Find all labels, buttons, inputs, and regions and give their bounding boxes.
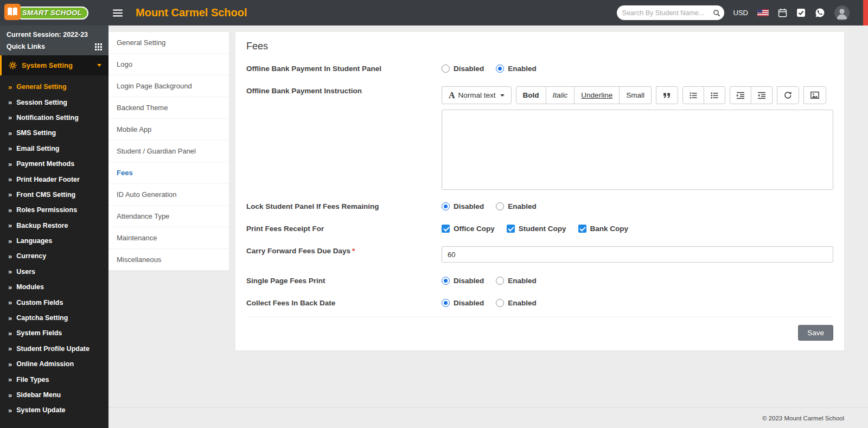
grid-icon[interactable] <box>95 43 102 50</box>
radio-option-enabled[interactable]: Enabled <box>496 299 537 307</box>
settings-menu-backend-theme[interactable]: Backend Theme <box>108 97 229 119</box>
chevron-right-icon: » <box>8 99 12 106</box>
save-button[interactable]: Save <box>798 325 833 341</box>
radio-option-disabled[interactable]: Disabled <box>442 65 484 73</box>
blockquote-button[interactable] <box>656 86 678 104</box>
checkbox-icon[interactable] <box>442 225 450 233</box>
radio-icon[interactable] <box>442 65 450 73</box>
italic-button[interactable]: Italic <box>546 86 575 104</box>
settings-menu-fees[interactable]: Fees <box>108 162 229 184</box>
sidebar-item-payment-methods[interactable]: »Payment Methods <box>0 156 108 171</box>
sidebar-item-online-admission[interactable]: »Online Admission <box>0 356 108 372</box>
settings-menu-miscellaneous[interactable]: Miscellaneous <box>108 249 229 271</box>
sidebar-item-modules[interactable]: »Modules <box>0 279 108 295</box>
settings-menu-general-setting[interactable]: General Setting <box>108 32 229 54</box>
field-label: Offline Bank Payment In Student Panel <box>246 64 442 73</box>
radio-option-enabled[interactable]: Enabled <box>496 65 537 73</box>
radio-option-disabled[interactable]: Disabled <box>442 202 484 210</box>
radio-option-enabled[interactable]: Enabled <box>496 202 537 210</box>
sidebar-item-currency[interactable]: »Currency <box>0 248 108 264</box>
settings-menu-login-page-background[interactable]: Login Page Background <box>108 75 229 97</box>
sidebar-section-system-setting[interactable]: System Setting <box>0 55 108 75</box>
checkbox-option-bank-copy[interactable]: Bank Copy <box>578 225 629 233</box>
current-session-label: Current Session: 2022-23 <box>7 31 102 39</box>
field-lock-student-panel: Lock Student Panel If Fees Remaining Dis… <box>246 202 833 210</box>
sidebar-item-email-setting[interactable]: »Email Setting <box>0 141 108 156</box>
sidebar-item-notification-setting[interactable]: »Notification Setting <box>0 110 108 125</box>
radio-icon[interactable] <box>442 277 450 285</box>
settings-menu-id-auto-generation[interactable]: ID Auto Generation <box>108 184 229 206</box>
whatsapp-icon[interactable] <box>815 8 825 18</box>
sidebar-item-roles-permissions[interactable]: »Roles Permissions <box>0 202 108 218</box>
chevron-right-icon: » <box>8 222 12 229</box>
currency-selector[interactable]: USD <box>733 9 748 17</box>
radio-icon[interactable] <box>496 277 504 285</box>
checkbox-icon[interactable] <box>507 225 515 233</box>
outdent-button[interactable] <box>751 86 773 104</box>
radio-icon[interactable] <box>496 202 504 210</box>
hamburger-menu-icon[interactable] <box>108 6 127 20</box>
caret-down-icon <box>500 94 505 97</box>
calendar-icon[interactable] <box>778 8 787 17</box>
user-avatar[interactable] <box>834 5 850 21</box>
settings-menu-attendance-type[interactable]: Attendance Type <box>108 206 229 227</box>
chevron-right-icon: » <box>8 284 12 291</box>
sidebar-item-custom-fields[interactable]: »Custom Fields <box>0 295 108 310</box>
checkbox-option-student-copy[interactable]: Student Copy <box>507 225 566 233</box>
search-icon[interactable] <box>713 9 720 17</box>
redo-button[interactable] <box>777 86 799 104</box>
settings-menu-logo[interactable]: Logo <box>108 54 229 75</box>
sidebar-item-sms-setting[interactable]: »SMS Setting <box>0 125 108 140</box>
sidebar-item-languages[interactable]: »Languages <box>0 233 108 248</box>
sidebar-item-front-cms-setting[interactable]: »Front CMS Setting <box>0 187 108 202</box>
settings-menu-maintenance[interactable]: Maintenance <box>108 227 229 249</box>
book-logo-icon <box>4 4 21 22</box>
radio-icon[interactable] <box>442 299 450 307</box>
sidebar-item-file-types[interactable]: »File Types <box>0 372 108 387</box>
chevron-right-icon: » <box>8 114 12 121</box>
indent-button[interactable] <box>730 86 751 104</box>
checkbox-option-office-copy[interactable]: Office Copy <box>442 225 495 233</box>
sidebar-item-general-setting[interactable]: »General Setting <box>0 79 108 94</box>
radio-option-disabled[interactable]: Disabled <box>442 299 484 307</box>
chevron-right-icon: » <box>8 253 12 260</box>
sidebar-item-backup-restore[interactable]: »Backup Restore <box>0 218 108 233</box>
sidebar-item-sidebar-menu[interactable]: »Sidebar Menu <box>0 387 108 403</box>
page-footer: © 2023 Mount Carmel School <box>108 407 868 428</box>
style-dropdown[interactable]: A Normal text <box>442 86 512 104</box>
fees-settings-card: Fees Offline Bank Payment In Student Pan… <box>235 32 844 350</box>
sidebar-item-print-header-footer[interactable]: »Print Header Footer <box>0 171 108 187</box>
quick-links[interactable]: Quick Links <box>7 43 102 50</box>
checkbox-icon[interactable] <box>578 225 586 233</box>
underline-button[interactable]: Underline <box>575 86 620 104</box>
small-button[interactable]: Small <box>620 86 652 104</box>
ordered-list-button[interactable] <box>704 86 725 104</box>
radio-option-enabled[interactable]: Enabled <box>496 277 537 285</box>
sidebar-item-captcha-setting[interactable]: »Captcha Setting <box>0 310 108 325</box>
radio-option-disabled[interactable]: Disabled <box>442 277 484 285</box>
radio-icon[interactable] <box>496 299 504 307</box>
sidebar-item-system-update[interactable]: »System Update <box>0 403 108 418</box>
header-actions: USD <box>617 5 868 21</box>
search-input[interactable] <box>622 9 710 17</box>
chevron-right-icon: » <box>8 361 12 368</box>
chevron-right-icon: » <box>8 84 12 91</box>
insert-picture-button[interactable] <box>803 86 826 104</box>
sidebar-item-session-setting[interactable]: »Session Setting <box>0 94 108 110</box>
us-flag-icon[interactable] <box>757 9 769 16</box>
settings-menu-mobile-app[interactable]: Mobile App <box>108 119 229 140</box>
chevron-right-icon: » <box>8 345 12 352</box>
sidebar-item-student-profile-update[interactable]: »Student Profile Update <box>0 341 108 356</box>
editor-content[interactable] <box>442 110 833 190</box>
sidebar-item-users[interactable]: »Users <box>0 264 108 279</box>
radio-icon[interactable] <box>496 65 504 73</box>
unordered-list-button[interactable] <box>682 86 704 104</box>
bold-button[interactable]: Bold <box>516 86 546 104</box>
carry-forward-days-input[interactable] <box>442 246 833 263</box>
radio-icon[interactable] <box>442 202 450 210</box>
settings-menu-student-guardian-panel[interactable]: Student / Guardian Panel <box>108 140 229 162</box>
app-logo[interactable]: SMART SCHOOL <box>0 4 108 22</box>
quick-settings-strip[interactable] <box>863 0 868 25</box>
sidebar-item-system-fields[interactable]: »System Fields <box>0 325 108 341</box>
task-check-icon[interactable] <box>796 8 806 17</box>
